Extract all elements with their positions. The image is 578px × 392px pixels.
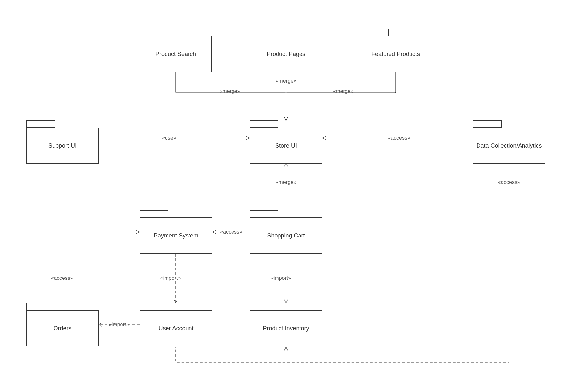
package-tab — [26, 120, 55, 128]
package-product-pages[interactable]: Product Pages — [250, 29, 322, 72]
package-tab — [250, 210, 278, 217]
package-featured-products[interactable]: Featured Products — [360, 29, 432, 72]
package-tab — [140, 29, 168, 36]
package-product-inventory[interactable]: Product Inventory — [250, 303, 322, 346]
package-tab — [250, 303, 278, 310]
label-merge: «merge» — [219, 88, 240, 94]
label-merge: «merge» — [276, 78, 296, 84]
label-access: «access» — [220, 229, 242, 235]
package-tab — [140, 210, 168, 217]
package-tab — [250, 29, 278, 36]
edge-orders-access-payment — [62, 232, 140, 303]
label-import: «import» — [271, 275, 291, 281]
label-import: «import» — [109, 322, 129, 328]
edge-data-analytics-access-bottom — [176, 163, 509, 362]
uml-package-diagram: { "packages": { "product_search": {"labe… — [0, 0, 578, 392]
package-shopping-cart[interactable]: Shopping Cart — [250, 210, 322, 254]
package-label: Store UI — [250, 128, 322, 164]
package-product-search[interactable]: Product Search — [140, 29, 212, 72]
package-tab — [360, 29, 389, 36]
package-label: Product Inventory — [250, 310, 322, 346]
package-store-ui[interactable]: Store UI — [250, 120, 322, 164]
package-support-ui[interactable]: Support UI — [26, 120, 99, 164]
label-use: «use» — [162, 135, 176, 141]
package-label: Data Collection/Analytics — [473, 128, 545, 164]
label-merge: «merge» — [333, 88, 353, 94]
package-tab — [250, 120, 278, 128]
label-merge: «merge» — [276, 179, 296, 185]
edge-product-search-merge — [176, 72, 286, 121]
label-access: «access» — [388, 135, 410, 141]
package-label: Support UI — [26, 128, 99, 164]
package-label: Featured Products — [360, 36, 432, 72]
package-label: Orders — [26, 310, 99, 346]
package-label: Shopping Cart — [250, 217, 322, 254]
package-orders[interactable]: Orders — [26, 303, 99, 346]
label-access: «access» — [51, 275, 73, 281]
package-payment-system[interactable]: Payment System — [140, 210, 212, 254]
package-label: User Account — [140, 310, 212, 346]
package-user-account[interactable]: User Account — [140, 303, 212, 346]
package-label: Product Search — [140, 36, 212, 72]
edge-featured-products-merge — [286, 72, 396, 121]
package-data-analytics[interactable]: Data Collection/Analytics — [473, 120, 545, 164]
label-access: «access» — [498, 179, 520, 185]
label-import: «import» — [160, 275, 181, 281]
package-tab — [473, 120, 502, 128]
package-label: Payment System — [140, 217, 212, 254]
package-tab — [26, 303, 55, 310]
package-label: Product Pages — [250, 36, 322, 72]
package-tab — [140, 303, 168, 310]
